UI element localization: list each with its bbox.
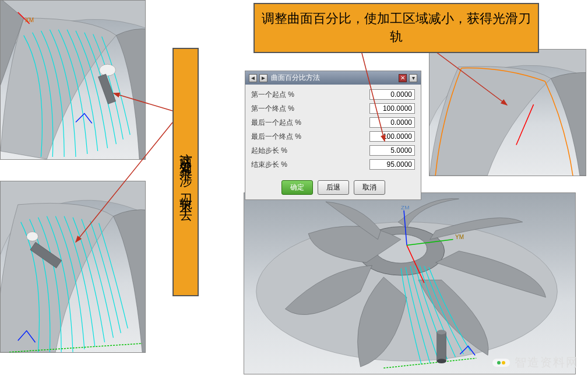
- svg-point-11: [437, 359, 446, 363]
- field-label: 起始步长 %: [251, 146, 287, 156]
- dialog-close-button[interactable]: ✕: [399, 74, 407, 82]
- dialog-menu-button[interactable]: ▾: [409, 74, 417, 82]
- field-label: 最后一个起点 %: [251, 118, 301, 128]
- ok-button[interactable]: 确定: [281, 180, 313, 195]
- brand-watermark: 智造资料网: [492, 355, 579, 370]
- svg-point-12: [437, 330, 446, 334]
- last-end-input[interactable]: [369, 131, 415, 142]
- axis-ym-label: YM: [455, 234, 464, 240]
- cad-view-topright: [429, 49, 586, 176]
- brand-text: 智造资料网: [515, 355, 579, 370]
- brand-icon: [492, 359, 510, 367]
- dialog-nav-prev[interactable]: ◄: [249, 74, 257, 82]
- svg-text:ZM: ZM: [401, 204, 409, 211]
- dialog-nav-next[interactable]: ►: [259, 74, 267, 82]
- surface-percentage-dialog: ◄ ► 曲面百分比方法 ✕ ▾ 第一个起点 % 第一个终点 % 最后一个起点 %…: [245, 71, 421, 200]
- cad-view-bottom-large: ZM YM: [244, 192, 576, 374]
- svg-point-0: [100, 64, 116, 76]
- callout-left: 这两处刀具干涉，刀轨下不去: [172, 48, 199, 296]
- field-first-start: 第一个起点 %: [251, 89, 415, 100]
- first-start-input[interactable]: [369, 89, 415, 100]
- field-last-start: 最后一个起点 %: [251, 117, 415, 128]
- dialog-body: 第一个起点 % 第一个终点 % 最后一个起点 % 最后一个终点 % 起始步长 %…: [245, 85, 421, 177]
- dialog-title: 曲面百分比方法: [270, 73, 396, 83]
- last-start-input[interactable]: [369, 117, 415, 128]
- field-first-end: 第一个终点 %: [251, 103, 415, 114]
- svg-point-3: [27, 232, 38, 241]
- field-end-step: 结束步长 %: [251, 159, 415, 170]
- axis-xm-label: XM: [25, 17, 34, 23]
- callout-top: 调整曲面百分比，使加工区域减小，获得光滑刀轨: [253, 3, 539, 53]
- start-step-input[interactable]: [369, 145, 415, 156]
- end-step-input[interactable]: [369, 159, 415, 170]
- field-label: 第一个起点 %: [251, 90, 294, 100]
- dialog-button-row: 确定 后退 取消: [245, 177, 421, 199]
- back-button[interactable]: 后退: [318, 180, 349, 195]
- field-start-step: 起始步长 %: [251, 145, 415, 156]
- field-label: 第一个终点 %: [251, 104, 294, 114]
- field-label: 最后一个终点 %: [251, 132, 301, 142]
- cancel-button[interactable]: 取消: [354, 180, 385, 195]
- first-end-input[interactable]: [369, 103, 415, 114]
- cad-view-topleft: XM: [0, 0, 146, 160]
- svg-rect-1: [98, 74, 116, 104]
- cad-view-bottomleft: [0, 181, 146, 353]
- svg-rect-10: [437, 332, 446, 361]
- field-last-end: 最后一个终点 %: [251, 131, 415, 142]
- field-label: 结束步长 %: [251, 160, 287, 170]
- dialog-header: ◄ ► 曲面百分比方法 ✕ ▾: [245, 71, 421, 85]
